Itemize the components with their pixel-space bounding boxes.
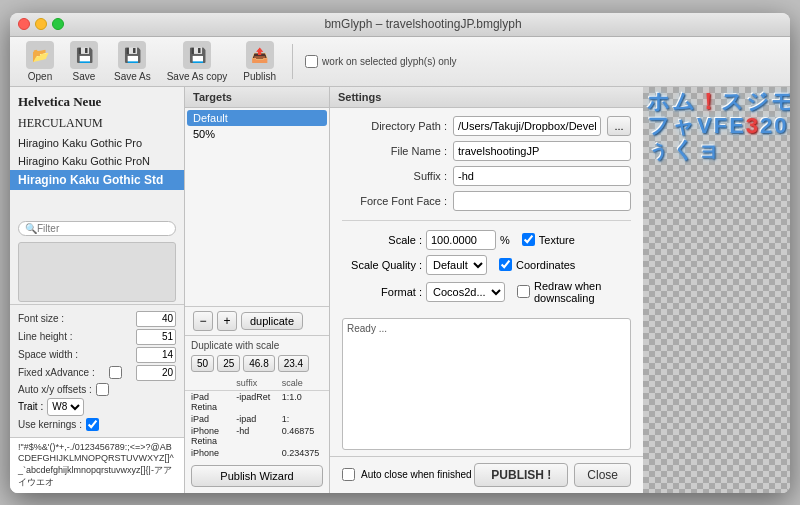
scale-quality-row: Scale : % Texture: [342, 230, 631, 250]
suffix-input[interactable]: [453, 166, 631, 186]
target-item-default[interactable]: Default: [187, 110, 327, 126]
table-header: suffix scale: [185, 376, 329, 391]
redraw-checkbox[interactable]: [517, 285, 530, 298]
row-ipadret-suffix: -ipadRet: [236, 392, 277, 412]
open-button[interactable]: 📂 Open: [22, 39, 58, 84]
force-font-face-input[interactable]: [453, 191, 631, 211]
font-size-label: Font size :: [18, 313, 64, 324]
file-name-input[interactable]: [453, 141, 631, 161]
fixed-xadvance-input[interactable]: [136, 365, 176, 381]
minimize-window-button[interactable]: [35, 18, 47, 30]
auto-xy-checkbox[interactable]: [96, 383, 109, 396]
glyph-chars-text: !"#$%&'()*+,-./0123456789:;<=>?@ABCDEFGH…: [18, 442, 176, 489]
settings-body: Directory Path : ... File Name : Suffix …: [330, 108, 643, 312]
duplicate-button[interactable]: duplicate: [241, 312, 303, 330]
preview-char: ぅ: [647, 139, 670, 161]
table-row: iPhone 0.234375: [191, 447, 323, 459]
line-height-row: Line height :: [18, 329, 176, 345]
maximize-window-button[interactable]: [52, 18, 64, 30]
use-kernings-checkbox[interactable]: [86, 418, 99, 431]
font-size-row: Font size :: [18, 311, 176, 327]
font-item-hiragino-pro[interactable]: Hiragino Kaku Gothic Pro: [10, 134, 184, 152]
scale-unit: %: [500, 234, 510, 246]
col-scale-header: scale: [282, 378, 323, 388]
preview-char: ャ: [672, 115, 695, 137]
space-width-row: Space width :: [18, 347, 176, 363]
scale-quality-select[interactable]: Default: [426, 255, 487, 275]
font-item-hiragino-std[interactable]: Hiragino Kaku Gothic Std: [10, 170, 184, 190]
redraw-checkbox-row: Redraw when downscaling: [517, 280, 631, 304]
scale-input[interactable]: [426, 230, 496, 250]
filter-box: 🔍: [18, 221, 176, 236]
preview-char: 2: [760, 115, 772, 137]
table-rows: iPad Retina -ipadRet 1:1.0 iPad -ipad 1:…: [185, 391, 329, 459]
texture-checkbox[interactable]: [522, 233, 535, 246]
scale-468-button[interactable]: 46.8: [243, 355, 274, 372]
auto-xy-row: Auto x/y offsets :: [18, 383, 176, 396]
redraw-label: Redraw when downscaling: [534, 280, 631, 304]
row-ipadret-scale: 1:1.0: [282, 392, 323, 412]
close-window-button[interactable]: [18, 18, 30, 30]
settings-panel: Settings Directory Path : ... File Name …: [330, 87, 643, 493]
col-name-header: [191, 378, 232, 388]
preview-char: フ: [647, 115, 670, 137]
glyph-chars-area: !"#$%&'()*+,-./0123456789:;<=>?@ABCDEFGH…: [10, 437, 184, 493]
preview-char: ホ: [647, 91, 670, 113]
coordinates-checkbox-row: Coordinates: [499, 258, 575, 271]
filter-input[interactable]: [37, 223, 169, 234]
work-on-selected-checkbox[interactable]: [305, 55, 318, 68]
search-icon: 🔍: [25, 223, 37, 234]
scale-25-button[interactable]: 25: [217, 355, 240, 372]
directory-path-label: Directory Path :: [342, 120, 447, 132]
publish-wizard-button[interactable]: Publish Wizard: [191, 465, 323, 487]
format-select[interactable]: Cocos2d...: [426, 282, 505, 302]
action-buttons: PUBLISH ! Close: [474, 463, 631, 487]
row-ipad-name: iPad: [191, 414, 232, 424]
table-row: iPhone Retina -hd 0.46875: [191, 425, 323, 447]
preview-char: モ: [771, 91, 790, 113]
row-iphoneret-suffix: -hd: [236, 426, 277, 446]
publish-toolbar-button[interactable]: 📤 Publish: [239, 39, 280, 84]
row-iphoneret-name: iPhone Retina: [191, 426, 232, 446]
directory-path-input[interactable]: [453, 116, 601, 136]
font-item-helvetica-neue[interactable]: Helvetica Neue: [10, 91, 184, 113]
save-as-copy-icon: 💾: [183, 41, 211, 69]
fixed-xadvance-checkbox[interactable]: [109, 366, 122, 379]
font-item-herculanum[interactable]: HERCULANUM: [10, 113, 184, 134]
browse-button[interactable]: ...: [607, 116, 631, 136]
save-as-button[interactable]: 💾 Save As: [110, 39, 155, 84]
trait-select[interactable]: W8W6W4: [47, 398, 84, 416]
duplicate-with-scale-label: Duplicate with scale: [191, 340, 323, 351]
coordinates-checkbox[interactable]: [499, 258, 512, 271]
auto-close-row: Auto close when finished: [342, 468, 472, 481]
close-button[interactable]: Close: [574, 463, 631, 487]
save-button[interactable]: 💾 Save: [66, 39, 102, 84]
checker-background: ホ ム ！ ス ジ モ フ ャ V F E 3 2 0 ぅ く ョ: [643, 87, 790, 493]
font-properties: Font size : Line height : Space width : …: [10, 304, 184, 437]
directory-path-row: Directory Path : ...: [342, 116, 631, 136]
save-as-copy-button[interactable]: 💾 Save As copy: [163, 39, 232, 84]
target-item-50[interactable]: 50%: [187, 126, 327, 142]
row-iphone-scale: 0.234375: [282, 448, 323, 458]
scale-50-button[interactable]: 50: [191, 355, 214, 372]
font-item-hiragino-pron[interactable]: Hiragino Kaku Gothic ProN: [10, 152, 184, 170]
open-icon: 📂: [26, 41, 54, 69]
scale-234-button[interactable]: 23.4: [278, 355, 309, 372]
line-height-input[interactable]: [136, 329, 176, 345]
file-name-row: File Name :: [342, 141, 631, 161]
publish-final-button[interactable]: PUBLISH !: [474, 463, 568, 487]
row-iphone-name: iPhone: [191, 448, 232, 458]
space-width-input[interactable]: [136, 347, 176, 363]
add-target-button[interactable]: +: [217, 311, 237, 331]
auto-close-checkbox[interactable]: [342, 468, 355, 481]
row-ipad-scale: 1:: [282, 414, 323, 424]
use-kernings-row: Use kernings :: [18, 418, 176, 431]
file-name-label: File Name :: [342, 145, 447, 157]
font-size-input[interactable]: [136, 311, 176, 327]
fixed-xadvance-label: Fixed xAdvance :: [18, 367, 95, 378]
font-list: Helvetica Neue HERCULANUM Hiragino Kaku …: [10, 87, 184, 217]
fixed-xadvance-row: Fixed xAdvance :: [18, 365, 176, 381]
coordinates-label: Coordinates: [516, 259, 575, 271]
remove-target-button[interactable]: −: [193, 311, 213, 331]
suffix-label: Suffix :: [342, 170, 447, 182]
